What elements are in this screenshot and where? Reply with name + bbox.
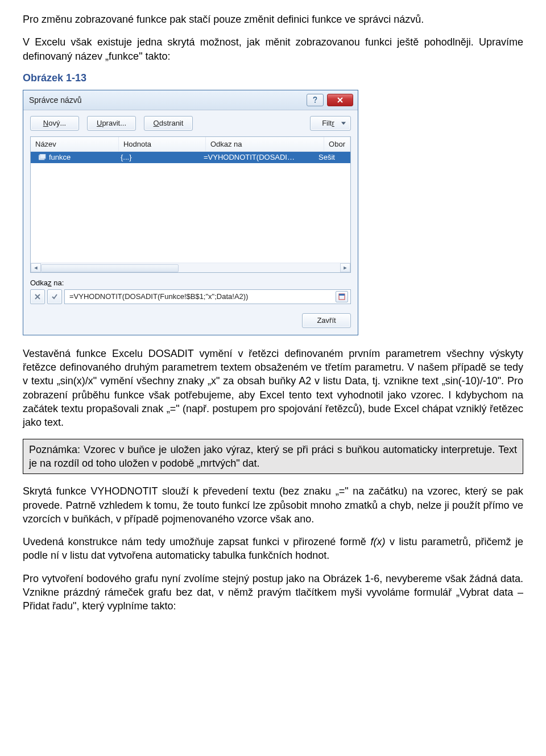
name-manager-dialog: Správce názvů Nový... Upravit... Odstran…: [23, 90, 358, 335]
svg-rect-2: [40, 154, 46, 159]
paragraph-4: Skrytá funkce VYHODNOTIT slouží k převed…: [23, 484, 523, 526]
note-box: Poznámka: Vzorec v buňce je uložen jako …: [23, 439, 523, 475]
range-selector-button[interactable]: [336, 291, 348, 302]
help-button[interactable]: [307, 94, 324, 106]
refersto-input[interactable]: [68, 292, 336, 301]
name-icon: [39, 154, 47, 161]
paragraph-5: Uvedená konstrukce nám tedy umožňuje zap…: [23, 535, 523, 563]
paragraph-1: Pro změnu zobrazované funkce pak stačí p…: [23, 13, 523, 26]
x-icon: [34, 293, 41, 300]
row-refersto: =VYHODNOTIT(DOSADI…: [199, 153, 314, 161]
cancel-edit-button[interactable]: [30, 289, 45, 304]
names-listbox[interactable]: Název Hodnota Odkaz na Obor funkce {...}: [30, 136, 351, 273]
chevron-down-icon: [341, 122, 346, 124]
new-button[interactable]: Nový...: [30, 116, 79, 131]
close-icon: [337, 97, 344, 103]
paragraph-6: Pro vytvoření bodového grafu nyní zvolím…: [23, 572, 523, 613]
row-scope: Sešit: [314, 153, 350, 161]
horizontal-scrollbar[interactable]: ◄ ►: [31, 263, 350, 272]
col-header-scope[interactable]: Obor: [324, 137, 350, 151]
scroll-left-button[interactable]: ◄: [31, 263, 41, 272]
edit-button[interactable]: Upravit...: [87, 116, 136, 131]
dialog-title: Správce názvů: [29, 95, 82, 105]
check-icon: [51, 293, 58, 300]
scroll-right-button[interactable]: ►: [340, 263, 350, 272]
delete-button[interactable]: Odstranit: [144, 116, 193, 131]
close-button[interactable]: [327, 94, 353, 106]
dialog-close-button[interactable]: Zavřít: [302, 313, 351, 328]
col-header-value[interactable]: Hodnota: [119, 137, 206, 151]
confirm-edit-button[interactable]: [47, 289, 62, 304]
paragraph-2: V Excelu však existuje jedna skrytá možn…: [23, 35, 523, 63]
refersto-label: Odkaz na:: [30, 279, 351, 287]
svg-point-0: [315, 102, 316, 103]
col-header-refersto[interactable]: Odkaz na: [206, 137, 324, 151]
paragraph-3: Vestavěná funkce Excelu DOSADIT vymění v…: [23, 347, 523, 430]
scroll-thumb[interactable]: [41, 264, 179, 272]
dialog-toolbar: Nový... Upravit... Odstranit Filtr: [30, 116, 351, 131]
help-icon: [311, 96, 319, 104]
row-value: {...}: [116, 153, 199, 161]
list-header: Název Hodnota Odkaz na Obor: [31, 137, 350, 152]
figure-label: Obrázek 1-13: [23, 72, 523, 84]
dialog-titlebar: Správce názvů: [23, 90, 358, 110]
range-selector-icon: [338, 293, 345, 300]
filter-button[interactable]: Filtr: [310, 116, 351, 131]
row-name: funkce: [49, 153, 71, 161]
table-row[interactable]: funkce {...} =VYHODNOTIT(DOSADI… Sešit: [31, 152, 350, 163]
svg-rect-4: [339, 294, 345, 296]
col-header-name[interactable]: Název: [31, 137, 119, 151]
